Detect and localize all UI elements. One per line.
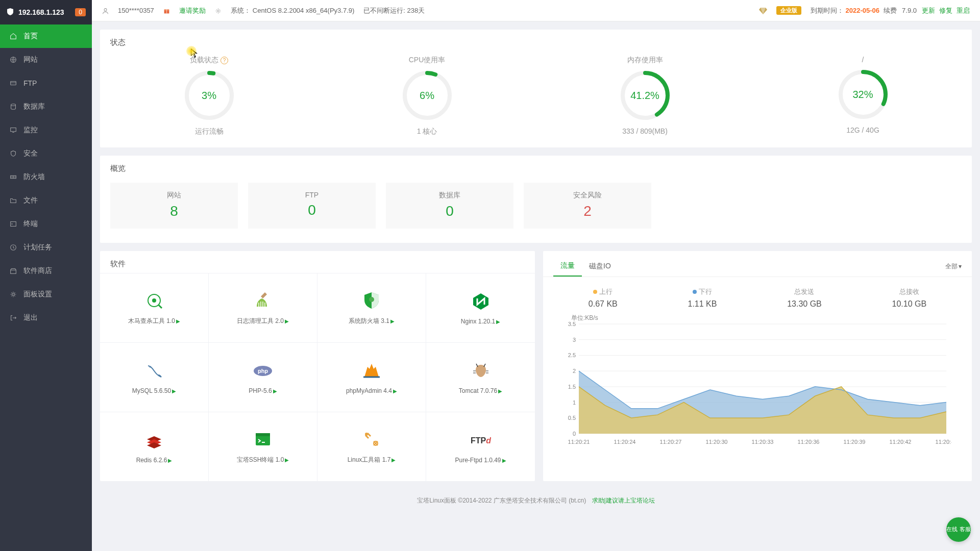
play-icon: ▶: [172, 388, 176, 394]
play-icon: ▶: [498, 388, 502, 394]
invite-link[interactable]: 邀请奖励: [179, 6, 206, 15]
overview-card-0[interactable]: 网站8: [110, 183, 238, 229]
gear-icon: [215, 7, 222, 14]
software-panel: 软件 木马查杀工具 1.0▶日志清理工具 2.0▶系统防火墙 3.1▶Nginx…: [100, 251, 535, 481]
sidebar-item-label: FTP: [23, 79, 37, 87]
sidebar-item-0[interactable]: 首页: [0, 24, 92, 48]
sidebar: 192.168.1.123 0 首页网站FTP数据库监控安全防火墙文件终端计划任…: [0, 0, 92, 551]
renew-link[interactable]: 续费: [884, 6, 897, 15]
sidebar-item-4[interactable]: 监控: [0, 118, 92, 142]
software-item-7[interactable]: Tomcat 7.0.76▶: [426, 342, 535, 412]
overview-card-3[interactable]: 安全风险2: [524, 183, 651, 229]
gauge-1[interactable]: CPU使用率6%1 核心: [401, 56, 454, 136]
overview-card-2[interactable]: 数据库0: [386, 183, 513, 229]
svg-text:1: 1: [573, 399, 576, 406]
software-item-1[interactable]: 日志清理工具 2.0▶: [209, 273, 317, 342]
sidebar-item-2[interactable]: FTP: [0, 71, 92, 95]
restart-button[interactable]: 重启: [957, 6, 970, 15]
network-panel: 流量 磁盘IO 全部 ▾ 上行0.67 KB下行1.11 KB总发送13.30 …: [543, 251, 972, 481]
update-button[interactable]: 更新: [922, 6, 935, 15]
ftp-icon: [9, 79, 17, 88]
terminal-icon: [9, 219, 17, 229]
svg-point-8: [12, 293, 14, 295]
software-item-8[interactable]: Redis 6.2.6▶: [100, 412, 209, 481]
svg-text:11:20:30: 11:20:30: [706, 439, 728, 445]
tools-icon: [361, 429, 382, 449]
home-icon: [9, 32, 17, 41]
brick-icon: [9, 172, 17, 182]
system-value: CentOS 8.2.2004 x86_64(Py3.7.9): [253, 7, 354, 14]
server-ip: 192.168.1.123: [18, 8, 71, 16]
sidebar-item-label: 计划任务: [23, 243, 52, 252]
notification-badge[interactable]: 0: [75, 8, 86, 16]
tab-diskio[interactable]: 磁盘IO: [582, 257, 618, 276]
cog-icon: [9, 290, 17, 299]
sidebar-item-label: 首页: [23, 32, 38, 41]
repair-button[interactable]: 修复: [939, 6, 952, 15]
svg-rect-3: [11, 128, 16, 132]
chart-unit: 单位:KB/s: [571, 314, 598, 322]
gauge-2[interactable]: 内存使用率41.2%333 / 809(MB): [619, 56, 672, 136]
software-item-5[interactable]: phpPHP-5.6▶: [209, 342, 317, 412]
sidebar-item-label: 监控: [23, 126, 38, 135]
gauge-3[interactable]: /32%12G / 40G: [837, 56, 890, 136]
svg-text:11:20:42: 11:20:42: [890, 439, 912, 445]
sidebar-item-12[interactable]: 退出: [0, 306, 92, 330]
sidebar-item-11[interactable]: 面板设置: [0, 283, 92, 306]
svg-rect-5: [11, 222, 16, 227]
filter-select[interactable]: 全部 ▾: [945, 262, 962, 271]
sidebar-header: 192.168.1.123 0: [0, 0, 92, 24]
edition-badge[interactable]: 企业版: [776, 6, 801, 15]
svg-text:11:20:45: 11:20:45: [936, 439, 951, 445]
software-item-0[interactable]: 木马查杀工具 1.0▶: [100, 273, 209, 342]
store-icon: [9, 266, 17, 276]
svg-text:2.5: 2.5: [568, 352, 576, 358]
user-icon: [102, 7, 109, 14]
software-item-6[interactable]: phpMyAdmin 4.4▶: [317, 342, 426, 412]
svg-text:0: 0: [573, 431, 576, 437]
sidebar-item-3[interactable]: 数据库: [0, 95, 92, 118]
help-icon[interactable]: ?: [220, 57, 228, 64]
dot-icon: [693, 290, 697, 294]
footer-link[interactable]: 求助|建议请上宝塔论坛: [592, 497, 655, 504]
software-item-3[interactable]: Nginx 1.20.1▶: [426, 273, 535, 342]
redis-icon: [144, 430, 164, 450]
play-icon: ▶: [390, 318, 395, 324]
software-item-10[interactable]: Linux工具箱 1.7▶: [317, 412, 426, 481]
play-icon: ▶: [273, 388, 277, 394]
software-item-11[interactable]: FTPdPure-Ftpd 1.0.49▶: [426, 412, 535, 481]
sidebar-item-6[interactable]: 防火墙: [0, 165, 92, 189]
sidebar-item-label: 防火墙: [23, 172, 45, 182]
traffic-chart: 00.511.522.533.511:20:2111:20:2411:20:27…: [564, 314, 951, 449]
clean-icon: [253, 290, 273, 311]
tab-traffic[interactable]: 流量: [553, 256, 582, 277]
play-icon: ▶: [176, 318, 180, 324]
software-item-4[interactable]: MySQL 5.6.50▶: [100, 342, 209, 412]
overview-card-1[interactable]: FTP0: [248, 183, 376, 229]
support-button[interactable]: 在线 客服: [946, 517, 971, 542]
svg-point-23: [152, 298, 156, 303]
dot-icon: [593, 290, 597, 294]
sidebar-item-8[interactable]: 终端: [0, 212, 92, 236]
software-item-2[interactable]: 系统防火墙 3.1▶: [317, 273, 426, 342]
sidebar-item-label: 数据库: [23, 102, 45, 111]
software-item-9[interactable]: 宝塔SSH终端 1.0▶: [209, 412, 317, 481]
svg-rect-1: [11, 81, 16, 85]
sidebar-item-7[interactable]: 文件: [0, 189, 92, 212]
play-icon: ▶: [502, 458, 506, 463]
svg-text:php: php: [258, 368, 268, 374]
footer: 宝塔Linux面板 ©2014-2022 广东堡塔安全技术有限公司 (bt.cn…: [100, 489, 972, 525]
svg-rect-29: [256, 433, 270, 436]
sidebar-item-9[interactable]: 计划任务: [0, 236, 92, 259]
scan-icon: [144, 290, 164, 311]
sidebar-item-label: 网站: [23, 55, 38, 64]
sidebar-item-5[interactable]: 安全: [0, 142, 92, 165]
logout-icon: [9, 313, 17, 322]
sidebar-item-1[interactable]: 网站: [0, 48, 92, 71]
play-icon: ▶: [168, 458, 172, 463]
gauge-0[interactable]: 负载状态?3%运行流畅: [183, 56, 236, 136]
sidebar-item-10[interactable]: 软件商店: [0, 259, 92, 283]
topbar: 150****0357 邀请奖励 系统： CentOS 8.2.2004 x86…: [92, 0, 980, 21]
sidebar-item-label: 文件: [23, 196, 38, 205]
uptime: 已不间断运行: 238天: [363, 6, 425, 15]
